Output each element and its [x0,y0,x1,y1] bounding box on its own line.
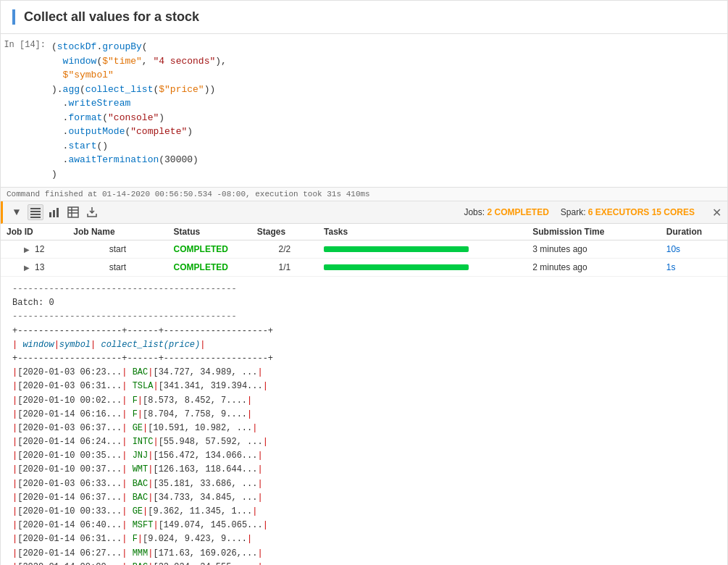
jobs-completed: 2 COMPLETED [487,207,548,217]
job-tasks [318,259,527,277]
batch-label: Batch: 0 [12,296,716,310]
separator-2: ----------------------------------------… [12,310,716,324]
list-view-icon[interactable] [28,204,43,220]
output-row: |[2020-01-14 06:40...| MSFT|[149.074, 14… [12,519,716,532]
output-row: |[2020-01-14 06:16...| F|[8.704, 7.758, … [12,408,716,422]
table-header-row: | window|symbol| collect_list(price)| [12,338,716,352]
col-header-submission: Submission Time [527,224,660,240]
job-tasks [318,240,527,259]
svg-rect-2 [30,214,41,215]
job-id-value: 13 [35,262,44,272]
job-duration: 10s [661,240,727,259]
jobs-toolbar: ▼ Jobs: 2 COMPLETED Spark: 6 EXECUTORS 1… [1,201,727,224]
job-submission: 2 minutes ago [527,259,660,277]
table-top: +--------------------+------+-----------… [12,325,716,338]
col-header-tasks: Tasks [318,224,527,240]
jobs-info: Jobs: 2 COMPLETED Spark: 6 EXECUTORS 15 … [464,206,721,219]
output-row: |[2020-01-03 06:23...| BAC|[34.727, 34.9… [12,366,716,380]
job-name-value: start [67,240,167,259]
table-icon[interactable] [65,204,81,220]
row-arrow[interactable]: ▶ [24,246,30,254]
output-row: |[2020-01-14 06:24...| INTC|[55.948, 57.… [12,435,716,449]
col-header-duration: Duration [661,224,727,240]
output-row: |[2020-01-14 06:27...| MMM|[171.63, 169.… [12,547,716,561]
svg-rect-6 [57,208,59,217]
output-row: |[2020-01-10 00:37...| WMT|[126.163, 118… [12,463,716,477]
output-row: |[2020-01-14 06:31...| F|[9.024, 9.423, … [12,532,716,546]
output-row: |[2020-01-10 00:35...| JNJ|[156.472, 134… [12,449,716,463]
job-duration: 1s [661,259,727,277]
job-stages: 1/1 [251,259,318,277]
output-row: |[2020-01-03 06:31...| TSLA|[341.341, 31… [12,380,716,393]
separator-1: ----------------------------------------… [12,282,716,296]
cell-label: In [14]: [1,34,51,187]
svg-rect-5 [53,210,55,217]
output-row: |[2020-01-10 00:02...| F|[8.573, 8.452, … [12,394,716,408]
col-header-stages: Stages [251,224,318,240]
svg-rect-7 [68,207,78,217]
jobs-table: Job ID Job Name Status Stages Tasks Subm… [1,224,727,277]
output-row: |[2020-01-03 06:37...| GE|[10.591, 10.98… [12,422,716,435]
job-id-value: 12 [35,244,44,254]
code-block: (stockDf.groupBy( window($"time", "4 sec… [51,34,727,187]
job-submission: 3 minutes ago [527,240,660,259]
output-row: |[2020-01-10 00:33...| GE|[9.362, 11.345… [12,505,716,519]
job-name-value: start [67,259,167,277]
jobs-label: Jobs: [464,207,485,217]
svg-rect-4 [49,212,51,217]
page-title: Collect all values for a stock [12,9,716,25]
job-stages: 2/2 [251,240,318,259]
col-header-status: Status [168,224,251,240]
output-row: |[2020-01-14 00:00...| BAC|[32.924, 34.5… [12,561,716,565]
svg-rect-3 [30,217,41,218]
spark-value: 6 EXECUTORS 15 CORES [588,207,695,217]
output-row: |[2020-01-14 06:37...| BAC|[34.733, 34.8… [12,491,716,505]
svg-rect-0 [30,208,41,209]
table-row[interactable]: ▶ 13 start COMPLETED 1/1 2 minutes ago 1… [1,259,727,277]
table-mid: +--------------------+------+-----------… [12,352,716,366]
svg-rect-1 [30,211,41,212]
job-status: COMPLETED [168,240,251,259]
output-row: |[2020-01-03 06:33...| BAC|[35.181, 33.6… [12,477,716,491]
output-area: ----------------------------------------… [1,277,727,565]
command-status: Command finished at 01-14-2020 00:56:50.… [1,188,727,201]
chart-icon[interactable] [46,204,62,220]
col-header-jobname: Job Name [67,224,167,240]
table-row[interactable]: ▶ 12 start COMPLETED 2/2 3 minutes ago 1… [1,240,727,259]
job-status: COMPLETED [168,259,251,277]
row-arrow[interactable]: ▶ [24,264,30,272]
close-button[interactable]: ✕ [712,206,721,219]
col-header-jobid: Job ID [1,224,67,240]
export-icon[interactable] [84,204,100,220]
dropdown-icon[interactable]: ▼ [9,204,25,220]
spark-label: Spark: [561,207,586,217]
